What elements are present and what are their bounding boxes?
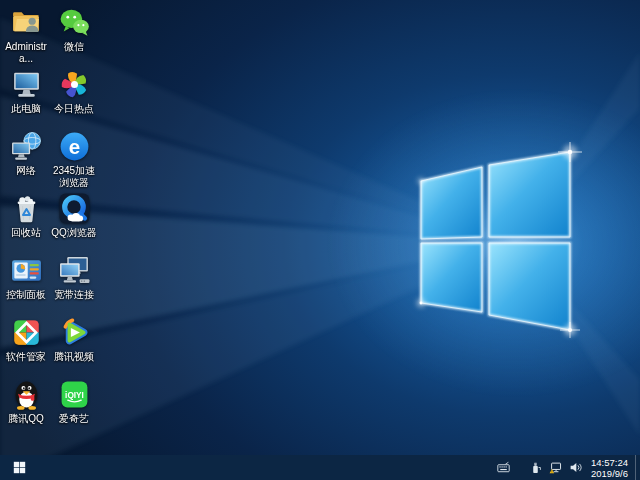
browser-2345-icon: e — [58, 130, 91, 163]
touch-keyboard-icon[interactable] — [493, 455, 513, 480]
tencent-qq-icon — [10, 378, 43, 411]
desktop-icon-label: 软件管家 — [6, 351, 46, 363]
taskbar-clock[interactable]: 14:57:24 2019/9/6 — [585, 457, 635, 479]
desktop-icon-label: 爱奇艺 — [59, 413, 89, 425]
desktop-icon-grid: Administra... 微信 此电脑 今日热点 网络 e 2345加速浏览器 — [0, 0, 110, 455]
desktop-icon-label: 2345加速浏览器 — [50, 165, 98, 189]
desktop-icon-label: 腾讯QQ — [8, 413, 44, 425]
svg-text:e: e — [68, 135, 79, 158]
desktop-icon-administrator[interactable]: Administra... — [2, 6, 50, 65]
desktop-icon-control-panel[interactable]: 控制面板 — [2, 254, 50, 301]
network-warning-icon[interactable] — [545, 455, 565, 480]
svg-text:iQIYI: iQIYI — [65, 391, 84, 400]
control-panel-icon — [10, 254, 43, 287]
desktop-icon-label: 微信 — [64, 41, 84, 53]
tencent-video-icon — [58, 316, 91, 349]
desktop-icon-label: 腾讯视频 — [54, 351, 94, 363]
desktop-icon-label: 网络 — [16, 165, 36, 177]
desktop-icon-label: 此电脑 — [11, 103, 41, 115]
system-tray: 14:57:24 2019/9/6 — [493, 455, 640, 480]
wechat-icon — [58, 6, 91, 39]
clock-time: 14:57:24 — [591, 457, 628, 468]
start-button[interactable] — [0, 455, 38, 480]
broadband-icon — [58, 254, 91, 287]
windows-logo-icon — [13, 461, 26, 474]
usb-device-icon[interactable] — [525, 455, 545, 480]
desktop-icon-network[interactable]: 网络 — [2, 130, 50, 177]
desktop-icon-label: 今日热点 — [54, 103, 94, 115]
desktop-icon-label: 宽带连接 — [54, 289, 94, 301]
desktop-icon-tencent-video[interactable]: 腾讯视频 — [50, 316, 98, 363]
hotspot-icon — [58, 68, 91, 101]
desktop-icon-browser-2345[interactable]: e 2345加速浏览器 — [50, 130, 98, 189]
desktop-icon-hotspot[interactable]: 今日热点 — [50, 68, 98, 115]
network-icon — [10, 130, 43, 163]
this-pc-icon — [10, 68, 43, 101]
desktop-icon-this-pc[interactable]: 此电脑 — [2, 68, 50, 115]
clock-date: 2019/9/6 — [591, 468, 628, 479]
volume-icon[interactable] — [565, 455, 585, 480]
desktop-icon-wechat[interactable]: 微信 — [50, 6, 98, 53]
desktop-icon-iqiyi[interactable]: iQIYI 爱奇艺 — [50, 378, 98, 425]
recycle-bin-icon — [10, 192, 43, 225]
software-manager-icon — [10, 316, 43, 349]
desktop-icon-qq-browser[interactable]: QQ浏览器 — [50, 192, 98, 239]
desktop-icon-tencent-qq[interactable]: 腾讯QQ — [2, 378, 50, 425]
taskbar: 14:57:24 2019/9/6 — [0, 455, 640, 480]
desktop-icon-broadband[interactable]: 宽带连接 — [50, 254, 98, 301]
desktop-icon-recycle-bin[interactable]: 回收站 — [2, 192, 50, 239]
desktop-icon-label: 控制面板 — [6, 289, 46, 301]
desktop-icon-label: Administra... — [2, 41, 50, 65]
show-desktop-button[interactable] — [635, 455, 640, 480]
administrator-icon — [10, 6, 43, 39]
iqiyi-icon: iQIYI — [58, 378, 91, 411]
desktop-icon-software-manager[interactable]: 软件管家 — [2, 316, 50, 363]
desktop-icon-label: QQ浏览器 — [51, 227, 97, 239]
qq-browser-icon — [58, 192, 91, 225]
desktop-icon-label: 回收站 — [11, 227, 41, 239]
